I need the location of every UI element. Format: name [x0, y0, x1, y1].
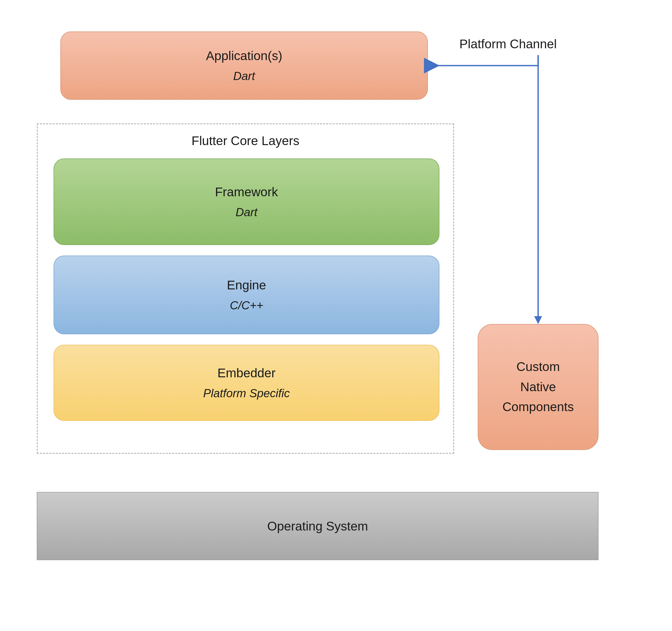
custom-native-box: Custom Native Components [478, 324, 599, 450]
platform-channel-label: Platform Channel [459, 37, 557, 51]
framework-title: Framework [215, 185, 278, 199]
os-title: Operating System [267, 519, 368, 533]
arrow-channel-to-app [436, 55, 538, 66]
custom-native-line2: Native [520, 380, 556, 394]
custom-native-line1: Custom [516, 360, 560, 374]
operating-system-box: Operating System [37, 492, 599, 560]
embedder-title: Embedder [217, 366, 275, 380]
applications-box: Application(s) Dart [61, 31, 428, 100]
core-layers-title: Flutter Core Layers [38, 133, 453, 148]
custom-native-line3: Components [502, 400, 574, 414]
core-layers-container: Flutter Core Layers Framework Dart Engin… [37, 123, 454, 454]
embedder-subtitle: Platform Specific [203, 387, 290, 400]
framework-box: Framework Dart [53, 158, 439, 245]
framework-subtitle: Dart [236, 206, 257, 219]
applications-subtitle: Dart [233, 70, 255, 83]
custom-native-text: Custom Native Components [502, 357, 574, 417]
engine-subtitle: C/C++ [230, 299, 263, 312]
engine-box: Engine C/C++ [53, 256, 439, 334]
embedder-box: Embedder Platform Specific [53, 345, 439, 421]
arrowhead-down-icon [534, 316, 542, 324]
applications-title: Application(s) [206, 49, 283, 63]
architecture-diagram: Application(s) Dart Platform Channel Flu… [37, 31, 635, 600]
engine-title: Engine [227, 278, 266, 292]
